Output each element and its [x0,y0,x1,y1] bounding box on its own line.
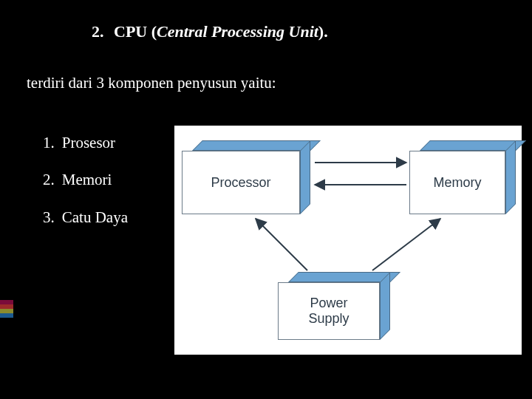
slide-title: 2. CPU (Central Processing Unit). [92,22,328,41]
title-text: CPU (Central Processing Unit). [114,22,328,41]
diagram-arrows [174,126,522,355]
list-item-number: 1. [43,124,55,161]
list-item-number: 3. [43,199,55,236]
list-item: 1. Prosesor [43,124,128,161]
cpu-diagram: Processor Memory Power Supply [174,126,522,355]
list-item-label: Memori [62,161,112,198]
subtitle-text: terdiri dari 3 komponen penyusun yaitu: [27,74,276,92]
list-item-number: 2. [43,161,55,198]
component-list: 1. Prosesor 2. Memori 3. Catu Daya [43,124,128,236]
title-suffix: ). [318,22,328,41]
title-italic: Central Processing Unit [157,22,318,41]
list-item-label: Catu Daya [62,199,128,236]
title-prefix: CPU ( [114,22,157,41]
title-number: 2. [92,22,104,41]
arrow-power-to-proc [256,219,307,270]
accent-stripes [0,300,13,318]
list-item: 3. Catu Daya [43,199,128,236]
slide: 2. CPU (Central Processing Unit). terdir… [0,0,532,399]
accent-stripe [0,313,13,318]
list-item-label: Prosesor [62,124,115,161]
list-item: 2. Memori [43,161,128,198]
arrow-power-to-mem [372,219,440,270]
